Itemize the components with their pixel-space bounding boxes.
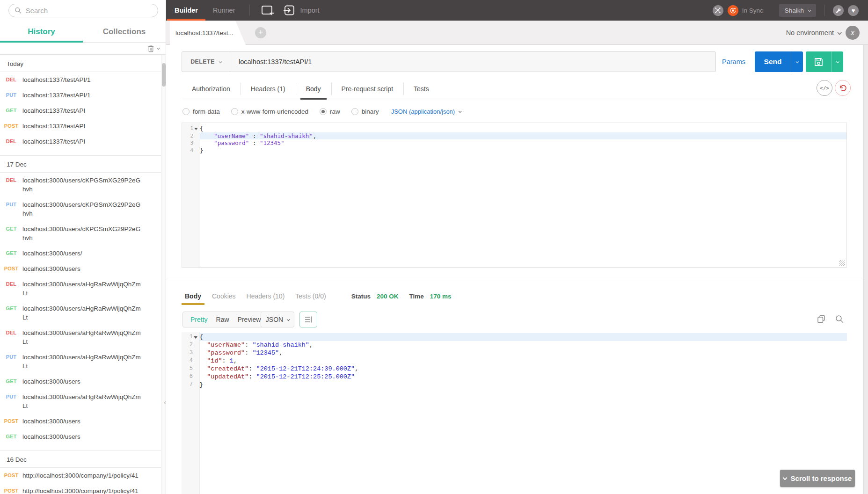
response-tab-headers-10-[interactable]: Headers (10) <box>243 287 288 305</box>
history-item[interactable]: GET localhost:3000/users/ <box>0 246 161 261</box>
request-tabstrip: localhost:1337/test... + No environment … <box>166 21 868 45</box>
history-item[interactable]: PUT localhost:3000/users/aHgRaRwWijqQhZm… <box>0 389 161 414</box>
scroll-to-response-button[interactable]: Scroll to response <box>780 470 855 487</box>
view-raw[interactable]: Raw <box>212 316 233 323</box>
copy-response-button[interactable] <box>817 314 826 326</box>
response-tab-cookies[interactable]: Cookies <box>209 287 239 305</box>
scroll-down-chevron-icon <box>782 475 787 480</box>
search-response-button[interactable] <box>835 314 844 326</box>
code-line-4[interactable]: 4} <box>182 147 846 154</box>
wrap-text-icon <box>304 316 313 323</box>
code-line-1[interactable]: 1{ <box>182 125 846 132</box>
request-tab-tests[interactable]: Tests <box>403 79 439 99</box>
content-type-select[interactable]: JSON (application/json) <box>391 108 461 115</box>
history-item[interactable]: PUT localhost:3000/users/cKPGSmXG29P2eGh… <box>0 197 161 221</box>
history-item[interactable]: DEL localhost:3000/users/aHgRaRwWijqQhZm… <box>0 276 161 301</box>
history-item-method: DEL <box>0 75 22 84</box>
environment-chevron-icon <box>837 30 842 35</box>
generate-code-button[interactable]: </> <box>817 80 832 96</box>
history-item-method: DEL <box>0 137 22 146</box>
favorites-heart-icon[interactable]: ♥ <box>848 5 859 16</box>
response-tab-tests-0-0-[interactable]: Tests (0/0) <box>292 287 329 305</box>
radio-icon[interactable] <box>320 108 327 115</box>
sidebar-scrollbar[interactable] <box>161 55 166 494</box>
history-item-method: POST <box>0 264 22 273</box>
revert-button[interactable] <box>835 80 851 96</box>
import-icon[interactable] <box>283 4 295 16</box>
view-pretty[interactable]: Pretty <box>186 316 212 323</box>
trash-icon[interactable] <box>147 45 154 52</box>
response-tab-body[interactable]: Body <box>182 287 204 305</box>
history-item[interactable]: DEL localhost:3000/users/cKPGSmXG29P2eGh… <box>0 173 161 197</box>
history-item[interactable]: GET localhost:3000/users <box>0 429 161 444</box>
window-scrollbar[interactable] <box>863 45 868 494</box>
editor-resize-grip[interactable] <box>839 260 845 266</box>
fold-caret-icon[interactable] <box>194 128 198 130</box>
body-mode-raw[interactable]: raw <box>320 108 340 115</box>
history-item[interactable]: POST localhost:3000/users <box>0 261 161 276</box>
body-mode-form-data[interactable]: form-data <box>182 108 220 115</box>
history-item[interactable]: GET localhost:3000/users/aHgRaRwWijqQhZm… <box>0 301 161 325</box>
history-item[interactable]: DEL localhost:1337/testAPI/1 <box>0 72 161 87</box>
fold-caret-icon[interactable] <box>194 336 197 339</box>
history-item[interactable]: PUT localhost:1337/testAPI/1 <box>0 87 161 103</box>
params-button[interactable]: Params <box>722 51 745 72</box>
request-tab-authorization[interactable]: Authorization <box>182 79 241 99</box>
request-tab-headers-1-[interactable]: Headers (1) <box>241 79 296 99</box>
add-tab-button[interactable]: + <box>255 27 266 38</box>
history-item[interactable]: POST http://localhost:3000/company/1/pol… <box>0 468 161 483</box>
request-body-editor[interactable]: 1{2 "userName" : "shahid-shaikh",3 "pass… <box>182 123 847 268</box>
history-item-url: http://localhost:3000/company/1/policy/4… <box>22 487 143 494</box>
environment-quicklook-icon[interactable]: x <box>846 26 860 40</box>
pane-splitter[interactable] <box>166 280 868 280</box>
url-input[interactable]: localhost:1337/testAPI/1 <box>230 52 715 72</box>
history-item[interactable]: POST localhost:1337/testAPI <box>0 118 161 134</box>
search-input[interactable] <box>26 7 152 15</box>
history-item-method: POST <box>0 471 22 480</box>
radio-icon[interactable] <box>231 108 238 115</box>
nav-builder[interactable]: Builder <box>167 0 205 21</box>
tab-history[interactable]: History <box>0 21 83 42</box>
body-mode-x-www-form-urlencoded[interactable]: x-www-form-urlencoded <box>231 108 308 115</box>
code-line-2[interactable]: 2 "userName" : "shahid-shaikh", <box>182 132 846 140</box>
radio-icon[interactable] <box>182 108 190 115</box>
trash-menu-chevron-icon[interactable] <box>157 46 160 50</box>
history-item[interactable]: GET localhost:1337/testAPI <box>0 103 161 118</box>
sync-icon[interactable] <box>728 5 738 16</box>
send-button[interactable]: Send <box>755 51 803 72</box>
history-item[interactable]: GET localhost:3000/users <box>0 374 161 389</box>
new-tab-icon[interactable] <box>261 4 275 16</box>
history-item[interactable]: PUT localhost:3000/users/aHgRaRwWijqQhZm… <box>0 349 161 374</box>
history-item-url: localhost:3000/users/cKPGSmXG29P2eGhvh <box>22 176 143 194</box>
save-options-chevron-icon[interactable] <box>831 51 843 72</box>
send-options-chevron-icon[interactable] <box>791 51 803 72</box>
body-mode-binary[interactable]: binary <box>351 108 379 115</box>
import-button[interactable]: Import <box>300 7 320 14</box>
line-number: 1 <box>182 333 199 341</box>
proxy-icon[interactable] <box>713 5 723 16</box>
code-line-3[interactable]: 3 "password" : "12345" <box>182 139 846 147</box>
tab-collections[interactable]: Collections <box>83 21 166 42</box>
history-item[interactable]: DEL localhost:3000/users/aHgRaRwWijqQhZm… <box>0 325 161 349</box>
user-menu-button[interactable]: Shaikh <box>779 4 816 17</box>
response-format-select[interactable]: JSON <box>261 312 294 327</box>
code-line-5: 5 "createdAt": "2015-12-21T12:24:39.000Z… <box>182 365 847 373</box>
method-select[interactable]: DELETE <box>182 52 230 72</box>
radio-icon[interactable] <box>351 108 358 115</box>
save-button[interactable] <box>806 51 843 72</box>
open-request-tab[interactable]: localhost:1337/test... <box>170 21 246 45</box>
history-item[interactable]: POST localhost:3000/users <box>0 414 161 429</box>
history-item[interactable]: DEL localhost:1337/testAPI <box>0 134 161 149</box>
wrap-text-button[interactable] <box>299 312 317 327</box>
history-group-items: DEL localhost:1337/testAPI/1 PUT localho… <box>0 72 161 149</box>
environment-selector[interactable]: No environment <box>786 29 841 36</box>
sidebar-collapse-icon[interactable]: ‹ <box>164 399 166 406</box>
settings-wrench-icon[interactable] <box>833 5 844 16</box>
search-box[interactable] <box>8 4 158 17</box>
request-tab-body[interactable]: Body <box>296 79 331 99</box>
nav-runner[interactable]: Runner <box>205 0 243 21</box>
sidebar-scrollbar-thumb[interactable] <box>162 63 166 87</box>
history-item[interactable]: POST http://localhost:3000/company/1/pol… <box>0 483 161 494</box>
history-item[interactable]: GET localhost:3000/users/cKPGSmXG29P2eGh… <box>0 221 161 246</box>
request-tab-pre-request-script[interactable]: Pre-request script <box>331 79 403 99</box>
